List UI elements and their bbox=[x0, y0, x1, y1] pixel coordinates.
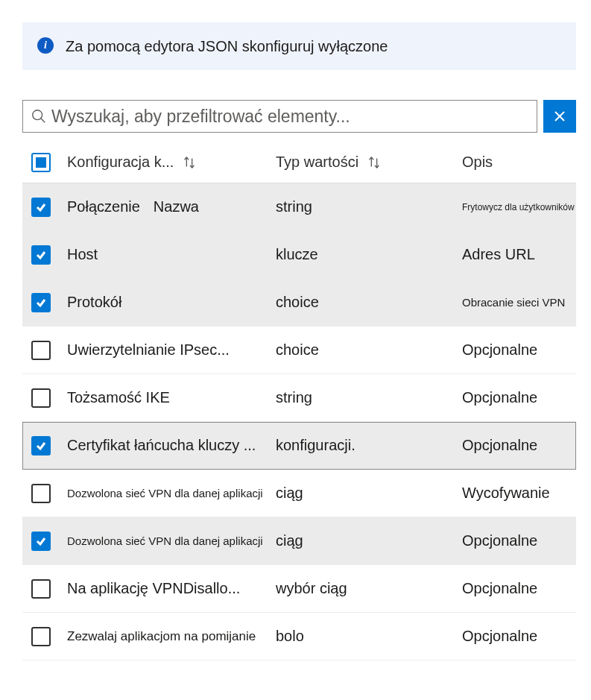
row-type: choice bbox=[276, 341, 462, 359]
row-checkbox-cell[interactable] bbox=[22, 579, 67, 599]
row-checkbox[interactable] bbox=[31, 341, 51, 360]
table-row[interactable]: Certyfikat łańcucha kluczy ...konfigurac… bbox=[22, 422, 576, 470]
row-key: Dozwolona sieć VPN dla danej aplikacji bbox=[67, 535, 276, 547]
column-header-desc[interactable]: Opis bbox=[462, 154, 576, 171]
row-checkbox[interactable] bbox=[31, 388, 51, 408]
search-box[interactable] bbox=[22, 100, 537, 133]
row-desc: Obracanie sieci VPN bbox=[462, 296, 576, 309]
row-key: Certyfikat łańcucha kluczy ... bbox=[67, 437, 276, 454]
check-icon bbox=[35, 535, 47, 547]
row-key: Protokół bbox=[67, 294, 276, 311]
svg-point-0 bbox=[33, 110, 42, 120]
row-checkbox-cell[interactable] bbox=[22, 627, 67, 646]
row-checkbox[interactable] bbox=[31, 579, 51, 599]
search-input[interactable] bbox=[47, 107, 529, 127]
table-row[interactable]: HostkluczeAdres URL bbox=[22, 231, 576, 279]
table-row[interactable]: Uwierzytelnianie IPsec...choiceOpcjonaln… bbox=[22, 327, 576, 374]
clear-search-button[interactable] bbox=[543, 100, 576, 133]
row-key: Zezwalaj aplikacjom na pomijanie bbox=[67, 629, 276, 644]
config-table: Konfiguracja k... Typ wartości Opis Połą… bbox=[22, 142, 576, 660]
row-key: PołączenieNazwa bbox=[67, 198, 276, 215]
row-desc: Opcjonalne bbox=[462, 628, 576, 645]
row-key: Uwierzytelnianie IPsec... bbox=[67, 341, 276, 359]
row-key: Host bbox=[67, 246, 276, 263]
check-icon bbox=[35, 297, 47, 309]
row-checkbox[interactable] bbox=[31, 627, 51, 646]
row-desc: Opcjonalne bbox=[462, 580, 576, 597]
row-checkbox-cell[interactable] bbox=[22, 293, 67, 312]
row-type: choice bbox=[276, 294, 462, 311]
table-header: Konfiguracja k... Typ wartości Opis bbox=[22, 142, 576, 183]
row-type: ciąg bbox=[276, 532, 462, 549]
check-icon bbox=[35, 440, 47, 452]
check-icon bbox=[35, 249, 47, 261]
row-key: Dozwolona sieć VPN dla danej aplikacji bbox=[67, 487, 276, 499]
row-type: ciąg bbox=[276, 485, 462, 502]
row-desc: Opcjonalne bbox=[462, 437, 576, 454]
row-checkbox-cell[interactable] bbox=[22, 532, 67, 551]
row-desc: Opcjonalne bbox=[462, 532, 576, 549]
row-checkbox-cell[interactable] bbox=[22, 341, 67, 360]
row-checkbox-cell[interactable] bbox=[22, 198, 67, 217]
sort-icon bbox=[181, 154, 197, 171]
row-desc: Adres URL bbox=[462, 246, 576, 263]
table-row[interactable]: ProtokółchoiceObracanie sieci VPN bbox=[22, 279, 576, 327]
svg-line-1 bbox=[41, 119, 45, 123]
column-header-key-label: Konfiguracja k... bbox=[67, 154, 174, 171]
row-desc: Opcjonalne bbox=[462, 341, 576, 359]
row-type: string bbox=[276, 389, 462, 406]
row-desc: Frytowycz dla użytkowników bbox=[462, 202, 576, 212]
row-checkbox[interactable] bbox=[31, 245, 51, 265]
table-row[interactable]: PołączenieNazwastringFrytowycz dla użytk… bbox=[22, 183, 576, 231]
row-key: Tożsamość IKE bbox=[67, 389, 276, 406]
row-key: Na aplikację VPNDisallo... bbox=[67, 580, 276, 597]
row-type: bolo bbox=[276, 628, 462, 645]
table-row[interactable]: Tożsamość IKEstringOpcjonalne bbox=[22, 374, 576, 422]
info-banner: i Za pomocą edytora JSON skonfiguruj wył… bbox=[22, 22, 576, 70]
search-row bbox=[22, 100, 576, 133]
row-desc: Opcjonalne bbox=[462, 389, 576, 406]
column-header-type[interactable]: Typ wartości bbox=[276, 154, 462, 171]
row-checkbox[interactable] bbox=[31, 436, 51, 455]
table-row[interactable]: Dozwolona sieć VPN dla danej aplikacjici… bbox=[22, 470, 576, 517]
row-type: konfiguracji. bbox=[276, 437, 462, 454]
table-row[interactable]: Zezwalaj aplikacjom na pomijanieboloOpcj… bbox=[22, 613, 576, 660]
row-checkbox-cell[interactable] bbox=[22, 388, 67, 408]
indeterminate-mark bbox=[36, 157, 46, 168]
sort-icon bbox=[366, 154, 382, 171]
row-checkbox-cell[interactable] bbox=[22, 484, 67, 503]
close-icon bbox=[554, 110, 566, 122]
column-header-key[interactable]: Konfiguracja k... bbox=[67, 154, 276, 171]
table-row[interactable]: Dozwolona sieć VPN dla danej aplikacjici… bbox=[22, 517, 576, 565]
column-header-desc-label: Opis bbox=[462, 154, 493, 171]
row-type: klucze bbox=[276, 246, 462, 263]
select-all-checkbox[interactable] bbox=[31, 153, 51, 172]
column-header-type-label: Typ wartości bbox=[276, 154, 358, 171]
info-banner-text: Za pomocą edytora JSON skonfiguruj wyłąc… bbox=[66, 36, 388, 57]
row-checkbox[interactable] bbox=[31, 198, 51, 217]
row-type: string bbox=[276, 198, 462, 215]
table-row[interactable]: Na aplikację VPNDisallo...wybór ciągOpcj… bbox=[22, 565, 576, 613]
search-icon bbox=[31, 108, 47, 124]
row-checkbox[interactable] bbox=[31, 484, 51, 503]
row-checkbox[interactable] bbox=[31, 293, 51, 312]
row-checkbox-cell[interactable] bbox=[22, 245, 67, 265]
select-all-cell[interactable] bbox=[22, 153, 67, 172]
row-desc: Wycofywanie bbox=[462, 485, 576, 502]
row-checkbox-cell[interactable] bbox=[22, 436, 67, 455]
row-checkbox[interactable] bbox=[31, 532, 51, 551]
check-icon bbox=[35, 201, 47, 213]
row-key-secondary: Nazwa bbox=[154, 198, 199, 215]
table-body: PołączenieNazwastringFrytowycz dla użytk… bbox=[22, 183, 576, 660]
row-type: wybór ciąg bbox=[276, 580, 462, 597]
info-icon: i bbox=[37, 37, 54, 54]
